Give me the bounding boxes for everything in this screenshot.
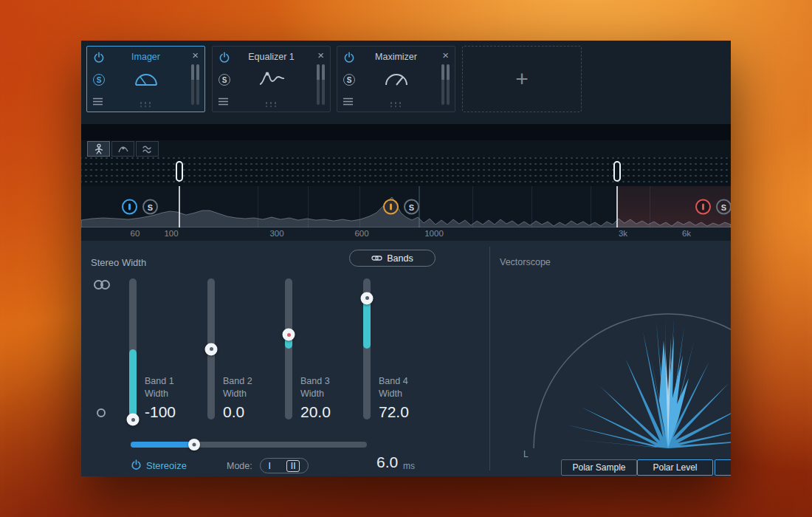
add-module-slot[interactable]: +: [462, 46, 582, 112]
band-value: -100: [145, 403, 211, 421]
slider-fill: [363, 298, 371, 349]
view-toolbar: [81, 140, 731, 157]
band1-width-slider[interactable]: [128, 278, 138, 420]
spectrum-analyzer: S S S: [81, 186, 731, 227]
module-card-maximizer[interactable]: Maximizer × S: [337, 46, 455, 112]
band4-label: Band 4 Width 72.0: [379, 375, 445, 421]
equalizer-module-icon: [213, 69, 330, 89]
module-meters: [191, 64, 199, 105]
mode-toggle[interactable]: I II: [260, 458, 309, 473]
polar-sample-label: Polar Sample: [572, 462, 625, 473]
preset-list-icon[interactable]: [219, 97, 228, 106]
module-meters: [317, 64, 325, 105]
preset-list-icon[interactable]: [343, 97, 353, 106]
polar-sample-button[interactable]: Polar Sample: [561, 459, 637, 476]
band4-solo-button[interactable]: S: [716, 199, 731, 215]
stereoize-label: Stereoize: [146, 460, 187, 471]
plugin-window: Imager × S Equalizer 1 × S: [81, 41, 731, 476]
module-card-imager[interactable]: Imager × S: [86, 46, 205, 112]
band-param: Width: [223, 388, 289, 400]
mode-option-ii[interactable]: II: [286, 460, 300, 472]
close-icon[interactable]: ×: [317, 49, 324, 61]
stereoize-power-icon[interactable]: [131, 459, 142, 470]
band-name: Band 3: [300, 375, 367, 388]
band-param: Width: [145, 388, 211, 400]
imager-panel: Stereo Width Bands: [81, 241, 731, 476]
mono-icon: [97, 407, 106, 420]
module-title: Maximizer: [358, 52, 434, 62]
link-icon: [371, 254, 382, 262]
vectorscope-title: Vectorscope: [500, 257, 551, 267]
vectorscope-left-label: L: [523, 449, 529, 459]
curve-node-icon: [117, 143, 129, 154]
band4-controls: S: [695, 199, 731, 215]
band-value: 72.0: [379, 403, 445, 421]
drag-handle-icon[interactable]: [266, 102, 278, 107]
band3-controls: S: [383, 199, 419, 215]
freq-label: 100: [164, 229, 178, 238]
stereo-width-icon: [94, 279, 110, 292]
polar-level-label: Polar Level: [653, 462, 697, 473]
slider-handle[interactable]: [188, 439, 200, 451]
band1-solo-button[interactable]: S: [142, 199, 158, 215]
slider-handle[interactable]: [283, 329, 295, 341]
close-icon[interactable]: ×: [442, 49, 449, 61]
view-button-stereo-image[interactable]: [87, 141, 110, 157]
slider-handle[interactable]: [205, 343, 218, 355]
drag-handle-icon[interactable]: [140, 102, 152, 107]
band-name: Band 1: [145, 375, 211, 388]
freq-label: 1000: [424, 229, 444, 238]
panel-divider: [489, 247, 490, 470]
add-icon: +: [515, 66, 529, 92]
band1-power-icon[interactable]: [122, 199, 137, 215]
band1-controls: S: [122, 199, 158, 215]
band4-power-icon[interactable]: [695, 199, 711, 215]
preset-list-icon[interactable]: [93, 97, 103, 106]
freq-label: 3k: [619, 229, 627, 238]
stick-figure-icon: [93, 143, 105, 155]
band-param: Width: [300, 388, 367, 400]
frequency-scale: 60 100 300 600 1000 3k 6k: [81, 227, 731, 241]
band3-solo-button[interactable]: S: [404, 199, 419, 215]
crossover-handle-2[interactable]: [613, 161, 621, 182]
bands-button-label: Bands: [387, 253, 413, 264]
close-icon[interactable]: ×: [192, 49, 199, 61]
crossover-line-1: [179, 186, 180, 227]
desktop-wallpaper: Imager × S Equalizer 1 × S: [0, 0, 812, 517]
section-title: Stereo Width: [91, 257, 146, 268]
maximizer-module-icon: [337, 69, 455, 88]
view-button-crossover[interactable]: [111, 141, 134, 157]
delay-value: 6.0: [376, 453, 398, 471]
drag-handle-icon[interactable]: [390, 102, 402, 107]
module-title: Equalizer 1: [233, 52, 309, 62]
module-meters: [441, 64, 450, 105]
band-value: 20.0: [300, 403, 367, 421]
band2-label: Band 2 Width 0.0: [223, 375, 289, 421]
mode-option-i[interactable]: I: [268, 461, 270, 471]
crossover-ruler[interactable]: [81, 157, 731, 186]
band-name: Band 2: [223, 375, 289, 388]
stereoize-amount-slider[interactable]: [131, 442, 367, 448]
freq-label: 300: [269, 229, 283, 238]
partial-view-button[interactable]: [715, 459, 731, 476]
vectorscope-display: [489, 267, 731, 459]
freq-label: 6k: [682, 229, 691, 238]
band3-label: Band 3 Width 20.0: [300, 375, 367, 421]
bands-button[interactable]: Bands: [349, 250, 436, 267]
band-param: Width: [379, 388, 445, 400]
crossover-line-2: [616, 186, 618, 227]
band3-power-icon[interactable]: [383, 199, 399, 215]
module-card-equalizer[interactable]: Equalizer 1 × S: [212, 46, 331, 112]
slider-handle[interactable]: [361, 292, 374, 304]
power-icon[interactable]: [93, 52, 105, 64]
slider-handle[interactable]: [127, 414, 140, 426]
view-button-waves[interactable]: [136, 141, 159, 157]
freq-label: 600: [354, 229, 368, 238]
power-icon[interactable]: [343, 52, 355, 64]
freq-label: 60: [131, 229, 140, 238]
imager-module-icon: [87, 69, 204, 88]
mode-label: Mode:: [227, 461, 252, 471]
crossover-handle-1[interactable]: [176, 161, 183, 182]
power-icon[interactable]: [219, 52, 230, 64]
polar-level-button[interactable]: Polar Level: [637, 459, 713, 476]
